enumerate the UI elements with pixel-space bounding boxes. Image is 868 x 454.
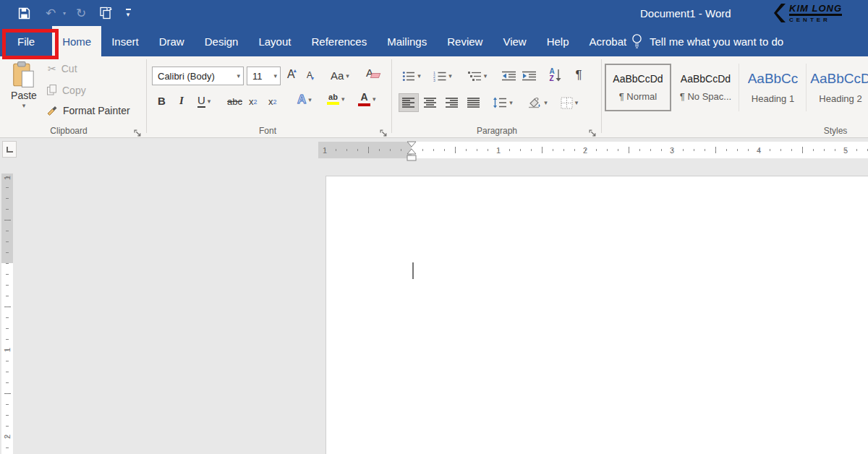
chevron-down-icon[interactable]: ▾ xyxy=(308,96,312,103)
ruler-number: 5 xyxy=(841,146,850,155)
customize-bar xyxy=(126,9,131,10)
shading-button[interactable]: ▾ xyxy=(524,93,551,112)
logo-line2: CENTER xyxy=(789,17,842,23)
redo-button[interactable]: ↻ xyxy=(72,0,90,26)
chevron-down-icon[interactable]: ▾ xyxy=(575,99,579,106)
text-effects-button[interactable]: A ▾ xyxy=(297,93,312,107)
grow-font-button[interactable]: A ▴ xyxy=(287,68,298,81)
tab-review[interactable]: Review xyxy=(437,26,493,56)
style-heading-2[interactable]: AaBbCcD Heading 2 xyxy=(807,64,868,111)
save-icon xyxy=(18,7,30,20)
tab-draw[interactable]: Draw xyxy=(149,26,195,56)
hanging-indent-marker[interactable] xyxy=(407,149,416,154)
justify-button[interactable] xyxy=(464,93,484,112)
highlight-color-button[interactable]: ab ▾ xyxy=(327,93,345,105)
line-spacing-button[interactable]: ▾ xyxy=(489,93,516,112)
chevron-down-icon[interactable]: ▾ xyxy=(417,72,421,80)
font-name-combo[interactable]: Calibri (Body) ▾ xyxy=(152,67,244,85)
chevron-down-icon[interactable]: ▾ xyxy=(208,98,211,105)
borders-icon xyxy=(561,97,573,109)
chevron-down-icon[interactable]: ▾ xyxy=(509,99,513,106)
align-center-button[interactable] xyxy=(420,93,441,112)
clipboard-dialog-launcher[interactable] xyxy=(134,127,142,135)
undo-dropdown[interactable]: ▾ xyxy=(61,0,68,26)
tab-file[interactable]: File xyxy=(0,26,52,56)
bold-button[interactable]: B xyxy=(158,95,166,107)
title-bar: ↶ ▾ ↻ ▾ Document1 - Word KIM LO xyxy=(0,0,868,26)
tab-home[interactable]: Home xyxy=(52,26,101,56)
tell-me-box[interactable]: Tell me what you want to do xyxy=(631,26,783,56)
logo-line1: KIM LONG xyxy=(789,4,842,16)
increase-indent-button[interactable] xyxy=(520,67,539,85)
numbering-button[interactable]: 123 ▾ xyxy=(428,67,457,85)
borders-button[interactable]: ▾ xyxy=(556,93,583,112)
shrink-font-button[interactable]: A ▾ xyxy=(307,70,315,80)
copy-icon xyxy=(46,84,58,96)
pilcrow-icon: ¶ xyxy=(575,68,582,82)
strikethrough-button[interactable]: abc xyxy=(227,96,242,107)
font-color-button[interactable]: A ▾ xyxy=(358,91,376,106)
italic-button[interactable]: I xyxy=(179,95,184,107)
tab-view[interactable]: View xyxy=(493,26,536,56)
chevron-down-icon[interactable]: ▾ xyxy=(484,72,488,80)
subscript-button[interactable]: x2 xyxy=(249,96,258,107)
style-heading-1[interactable]: AaBbCc Heading 1 xyxy=(740,64,807,111)
style-no-spacing[interactable]: AaBbCcDd ¶ No Spac... xyxy=(673,64,739,111)
paste-button[interactable]: Paste ▾ xyxy=(6,61,42,123)
tab-layout[interactable]: Layout xyxy=(248,26,301,56)
font-name-value: Calibri (Body) xyxy=(158,71,215,82)
chevron-down-icon[interactable]: ▾ xyxy=(373,95,376,103)
superscript-number: 2 xyxy=(273,98,277,106)
undo-button[interactable]: ↶ xyxy=(42,0,59,26)
decrease-indent-button[interactable] xyxy=(500,67,519,85)
tab-stop-selector[interactable] xyxy=(2,141,17,158)
font-size-combo[interactable]: 11 ▾ xyxy=(247,67,281,85)
chevron-down-icon[interactable]: ▾ xyxy=(237,72,240,80)
sort-button[interactable]: A Z xyxy=(545,66,566,85)
left-indent-marker[interactable] xyxy=(407,155,416,160)
change-case-button[interactable]: Aa ▾ xyxy=(331,69,349,82)
copy-pages-icon xyxy=(99,7,113,20)
font-dialog-launcher[interactable] xyxy=(380,127,388,135)
tab-insert[interactable]: Insert xyxy=(101,26,149,56)
tab-design[interactable]: Design xyxy=(195,26,249,56)
chevron-down-icon: ▾ xyxy=(127,11,130,18)
first-line-indent-marker[interactable] xyxy=(407,142,416,147)
word-window: ↶ ▾ ↻ ▾ Document1 - Word KIM LO xyxy=(0,0,868,454)
document-page[interactable] xyxy=(326,176,868,454)
show-hide-marks-button[interactable]: ¶ xyxy=(570,66,587,85)
indent-markers[interactable] xyxy=(407,141,417,164)
style-normal[interactable]: AaBbCcDd ¶ Normal xyxy=(605,64,671,111)
customize-quick-access-button[interactable]: ▾ xyxy=(122,0,135,26)
bold-icon: B xyxy=(158,95,166,107)
save-button[interactable] xyxy=(14,0,33,26)
align-left-button[interactable] xyxy=(399,93,419,112)
vertical-ruler[interactable]: 1 1 2 xyxy=(1,174,13,454)
align-right-button[interactable] xyxy=(442,93,462,112)
chevron-down-icon[interactable]: ▾ xyxy=(273,72,277,80)
horizontal-ruler[interactable]: 1 1 2 3 4 5 xyxy=(318,142,868,158)
bullets-button[interactable]: ▾ xyxy=(399,67,425,85)
shading-bucket-icon xyxy=(527,97,542,109)
format-painter-button[interactable]: Format Painter xyxy=(46,104,130,116)
chevron-down-icon[interactable]: ▾ xyxy=(544,99,548,106)
clipboard-group-label: Clipboard xyxy=(22,126,116,136)
tab-acrobat[interactable]: Acrobat xyxy=(579,26,637,56)
chevron-down-icon[interactable]: ▾ xyxy=(448,72,452,80)
tab-references[interactable]: References xyxy=(301,26,377,56)
paragraph-dialog-launcher[interactable] xyxy=(589,127,597,135)
superscript-button[interactable]: x2 xyxy=(268,96,277,107)
tab-mailings[interactable]: Mailings xyxy=(377,26,437,56)
cut-button[interactable]: ✂ Cut xyxy=(48,63,77,74)
chevron-down-icon[interactable]: ▾ xyxy=(341,95,345,103)
copy-quick-button[interactable] xyxy=(95,0,116,26)
tab-help[interactable]: Help xyxy=(537,26,579,56)
multilevel-list-button[interactable]: ▾ xyxy=(461,67,493,85)
copy-button[interactable]: Copy xyxy=(46,84,86,96)
cut-label: Cut xyxy=(61,63,77,74)
multilevel-list-icon xyxy=(468,71,482,82)
underline-button[interactable]: U ▾ xyxy=(197,95,210,108)
paste-clipboard-icon xyxy=(12,61,35,88)
align-left-icon xyxy=(402,98,415,108)
clear-formatting-button[interactable]: A xyxy=(366,67,380,79)
